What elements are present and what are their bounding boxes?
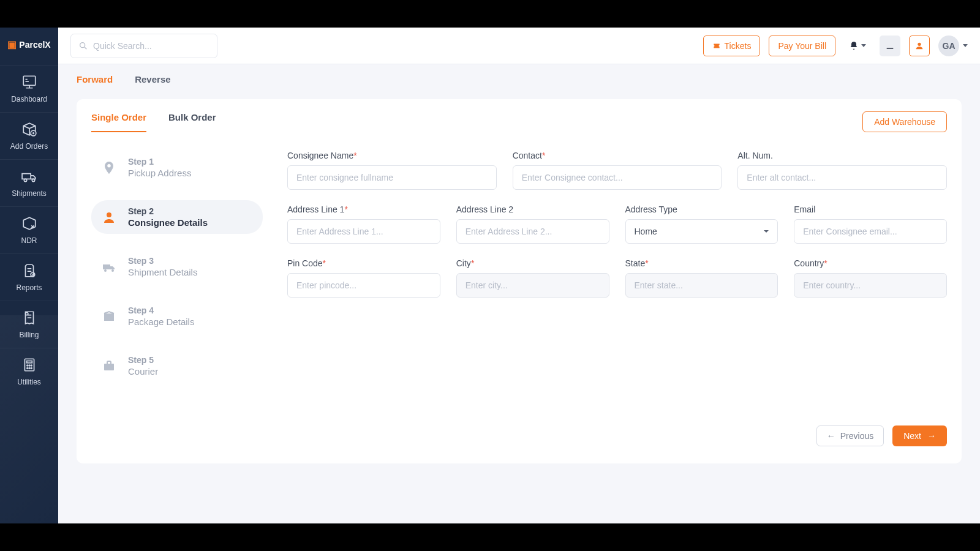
person-icon	[101, 209, 117, 225]
address-type-select[interactable]: Home	[625, 219, 778, 244]
next-label: Next	[903, 431, 921, 441]
consignee-name-input[interactable]	[287, 165, 497, 190]
nav-add-orders[interactable]: Add Orders	[0, 112, 58, 159]
city-input[interactable]	[456, 273, 609, 298]
address1-label: Address Line 1*	[287, 204, 440, 214]
nav-label: NDR	[21, 236, 37, 245]
svg-point-12	[29, 368, 30, 369]
step-shipment-details[interactable]: Step 3Shipment Details	[91, 250, 263, 283]
svg-point-18	[111, 269, 114, 272]
state-label: State*	[625, 258, 778, 268]
nav-billing[interactable]: Billing	[0, 301, 58, 348]
next-button[interactable]: Next →	[892, 425, 947, 446]
step-pickup-address[interactable]: Step 1Pickup Address	[91, 151, 263, 184]
city-label: City*	[456, 258, 609, 268]
ndr-icon	[21, 216, 37, 231]
pay-bill-button[interactable]: Pay Your Bill	[769, 36, 835, 56]
tab-forward[interactable]: Forward	[77, 74, 113, 87]
tab-single-order[interactable]: Single Order	[91, 112, 146, 132]
nav-label: Utilities	[17, 378, 41, 386]
download-icon	[885, 41, 895, 51]
box-icon	[101, 309, 117, 324]
step-number: Step 5	[128, 355, 158, 365]
country-label: Country*	[794, 258, 947, 268]
contact-input[interactable]	[513, 165, 722, 190]
alt-num-label: Alt. Num.	[737, 151, 947, 160]
logo-icon: ▣	[7, 39, 17, 50]
arrow-left-icon: ←	[827, 431, 835, 441]
svg-point-13	[31, 368, 32, 369]
previous-button[interactable]: ← Previous	[816, 425, 884, 446]
step-label: Shipment Details	[128, 267, 197, 277]
state-input[interactable]	[625, 273, 778, 298]
user-button[interactable]	[909, 36, 930, 56]
bell-icon	[849, 41, 859, 51]
calculator-icon	[21, 357, 37, 373]
consignee-form: Consignee Name* Contact* Alt. Num.	[287, 151, 947, 421]
notifications-button[interactable]	[844, 36, 871, 56]
profile-menu[interactable]: GA	[938, 36, 968, 56]
svg-point-14	[80, 42, 85, 47]
billing-icon	[21, 310, 37, 326]
pincode-label: Pin Code*	[287, 258, 440, 268]
step-number: Step 3	[128, 256, 197, 266]
step-label: Courier	[128, 366, 158, 377]
reports-icon	[21, 263, 37, 279]
tickets-button[interactable]: Tickets	[703, 36, 761, 56]
ticket-icon	[712, 42, 721, 50]
nav-shipments[interactable]: Shipments	[0, 159, 58, 206]
add-orders-icon	[21, 121, 37, 137]
svg-point-16	[107, 212, 111, 217]
step-number: Step 4	[128, 305, 194, 315]
nav-reports[interactable]: Reports	[0, 253, 58, 301]
svg-point-3	[32, 179, 34, 181]
consignee-name-label: Consignee Name*	[287, 151, 497, 160]
download-button[interactable]	[880, 36, 900, 56]
nav-label: Dashboard	[11, 95, 47, 103]
address2-input[interactable]	[456, 219, 609, 244]
pay-bill-label: Pay Your Bill	[778, 41, 826, 51]
nav-label: Add Orders	[10, 142, 48, 151]
step-number: Step 2	[128, 206, 208, 216]
step-consignee-details[interactable]: Step 2Consignee Details	[91, 200, 263, 234]
step-package-details[interactable]: Step 4Package Details	[91, 299, 263, 333]
address2-label: Address Line 2	[456, 204, 609, 214]
brand-name: ParcelX	[19, 40, 50, 50]
nav-label: Reports	[16, 283, 42, 292]
order-card: Single Order Bulk Order Add Warehouse St…	[77, 99, 962, 463]
tab-bulk-order[interactable]: Bulk Order	[168, 112, 216, 132]
country-input[interactable]	[794, 273, 947, 298]
previous-label: Previous	[840, 431, 873, 441]
tab-reverse[interactable]: Reverse	[135, 74, 170, 87]
user-icon	[914, 41, 924, 51]
svg-rect-19	[104, 364, 114, 370]
svg-point-15	[918, 42, 921, 45]
order-type-tabs: Single Order Bulk Order	[91, 112, 216, 132]
contact-label: Contact*	[513, 151, 722, 160]
svg-point-5	[25, 312, 28, 315]
svg-point-9	[29, 365, 30, 366]
search-box[interactable]	[70, 34, 217, 58]
svg-point-10	[31, 365, 32, 366]
tickets-label: Tickets	[725, 41, 752, 51]
nav-utilities[interactable]: Utilities	[0, 348, 58, 395]
nav-dashboard[interactable]: Dashboard	[0, 65, 58, 112]
search-input[interactable]	[93, 41, 209, 51]
email-label: Email	[794, 204, 947, 214]
email-input[interactable]	[794, 219, 947, 244]
step-courier[interactable]: Step 5Courier	[91, 349, 263, 383]
step-label: Pickup Address	[128, 168, 191, 178]
alt-num-input[interactable]	[737, 165, 947, 190]
chevron-down-icon	[963, 44, 968, 47]
nav-label: Shipments	[12, 189, 47, 198]
pincode-input[interactable]	[287, 273, 440, 298]
arrow-right-icon: →	[927, 431, 936, 441]
nav-label: Billing	[19, 331, 39, 339]
svg-rect-7	[26, 361, 32, 363]
add-warehouse-button[interactable]: Add Warehouse	[862, 111, 947, 132]
stepper: Step 1Pickup Address Step 2Consignee Det…	[91, 151, 263, 421]
svg-point-11	[26, 368, 28, 369]
nav-ndr[interactable]: NDR	[0, 206, 58, 253]
topbar: Tickets Pay Your Bill GA	[58, 28, 980, 64]
address1-input[interactable]	[287, 219, 440, 244]
